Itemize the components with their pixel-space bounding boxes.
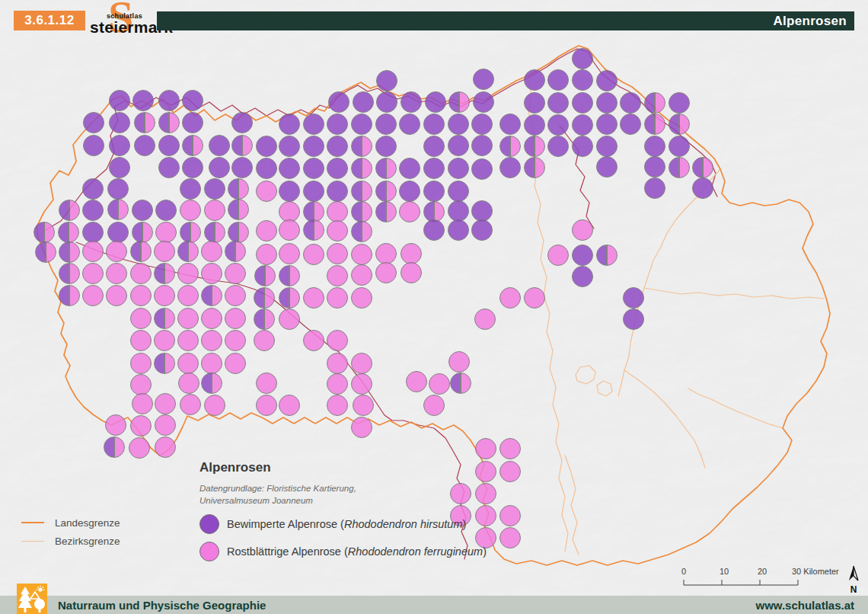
- legend-item-label: Bewimperte Alpenrose (Rhododendron hirsu…: [227, 518, 466, 530]
- legend-item: Rostblättrige Alpenrose (Rhododendron fe…: [199, 542, 487, 561]
- legend-source-line1: Datengrundlage: Floristische Kartierung,: [199, 483, 487, 495]
- footer-url[interactable]: www.schulatlas.at: [756, 599, 855, 612]
- nature-category-icon: [17, 584, 47, 614]
- boundary-legend-item: Bezirksgrenze: [21, 532, 120, 550]
- legend-source-line2: Universalmuseum Joanneum: [199, 495, 487, 507]
- scale-tick-label: 20: [758, 567, 767, 576]
- boundary-legend-label: Bezirksgrenze: [55, 536, 120, 547]
- north-arrow: N: [842, 565, 865, 594]
- legend-item-label: Rostblättrige Alpenrose (Rhododendron fe…: [227, 545, 487, 558]
- map-legend: Alpenrosen Datengrundlage: Floristische …: [199, 460, 487, 561]
- legend-items: Bewimperte Alpenrose (Rhododendron hirsu…: [199, 514, 487, 561]
- legend-item: Bewimperte Alpenrose (Rhododendron hirsu…: [199, 514, 487, 534]
- legend-swatch-circle: [199, 514, 219, 534]
- scale-tick-label: 0: [681, 567, 686, 576]
- north-label: N: [842, 585, 865, 594]
- schulatlas-logo[interactable]: S schulatlas steiermark: [90, 0, 155, 46]
- map-code-badge: 3.6.1.12: [14, 11, 85, 30]
- north-arrow-icon: [845, 565, 862, 582]
- scale-bar: 0102030 Kilometer: [678, 567, 830, 588]
- boundary-legend-label: Landesgrenze: [55, 517, 120, 529]
- header: 3.6.1.12 S schulatlas steiermark Alpenro…: [0, 0, 868, 46]
- map-title-bar: Alpenrosen: [157, 11, 854, 30]
- boundary-line-swatch: [21, 522, 44, 523]
- boundary-legend-item: Landesgrenze: [21, 513, 120, 532]
- page-title: Alpenrosen: [773, 14, 847, 29]
- scale-tick-label: 10: [720, 567, 729, 576]
- legend-swatch-circle: [199, 542, 219, 561]
- boundary-legend: LandesgrenzeBezirksgrenze: [21, 513, 120, 550]
- scale-end-label: 30 Kilometer: [792, 567, 839, 576]
- footer-category: Naturraum und Physische Geographie: [58, 599, 266, 612]
- legend-title: Alpenrosen: [199, 460, 487, 475]
- boundary-line-swatch: [21, 541, 44, 542]
